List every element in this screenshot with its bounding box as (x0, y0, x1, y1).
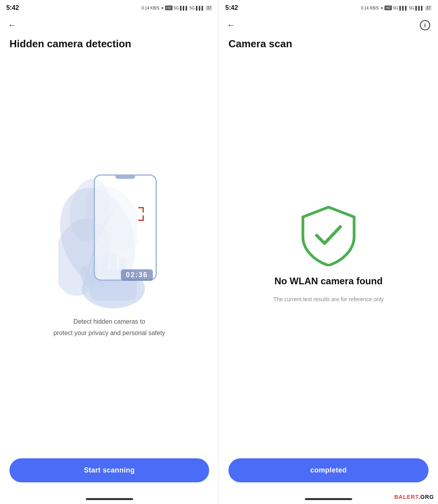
desc-line2: protect your privacy and personal safety (54, 328, 165, 339)
left-status-icons: 0.14 KB/S ✦ HD 5G ▌▌▌ 5G ▌▌▌ 37 (141, 6, 212, 11)
shield-icon-wrapper (297, 203, 360, 266)
right-5g-icon1: 5G (393, 6, 398, 10)
scan-corner-bottom-right (138, 215, 144, 221)
left-signal-icon2: ▌▌▌ (196, 6, 204, 10)
left-back-button[interactable]: ← (8, 21, 17, 30)
left-battery-icon: 37 (206, 6, 212, 11)
result-title: No WLAN camera found (275, 276, 383, 287)
right-signal-icon2: ▌▌▌ (416, 6, 424, 10)
right-back-button[interactable]: ← (227, 21, 236, 30)
right-page-title: Camera scan (219, 35, 438, 55)
watermark-bold: BALERT (394, 494, 418, 500)
right-battery-icon: 37 (425, 6, 432, 11)
left-5g-icon1: 5G (174, 6, 179, 10)
left-page-title: Hidden camera detection (0, 35, 219, 55)
left-status-time: 5:42 (6, 4, 19, 11)
left-home-indicator (86, 498, 133, 500)
right-status-icons: 0.14 KB/S ✦ HD 5G ▌▌▌ 5G ▌▌▌ 37 (361, 6, 432, 11)
clock-display: 02:36 (121, 269, 152, 281)
watermark-regular: .ORG (418, 494, 434, 500)
desc-line1: Detect hidden cameras to (54, 316, 165, 328)
left-status-info: 0.14 (141, 6, 149, 10)
right-status-bar: 5:42 0.14 KB/S ✦ HD 5G ▌▌▌ 5G ▌▌▌ 37 (219, 0, 438, 14)
scan-corners (128, 207, 144, 221)
right-5g-icon2: 5G (409, 6, 414, 10)
right-nav-bar: ← i (219, 14, 438, 35)
left-hd-icon: HD (165, 6, 173, 10)
right-home-indicator (305, 498, 352, 500)
left-status-bar: 5:42 0.14 KB/S ✦ HD 5G ▌▌▌ 5G ▌▌▌ 37 (0, 0, 219, 14)
left-illustration-area: 02:36 Detect hidden cameras to protect y… (0, 55, 219, 450)
shield-checkmark-icon (299, 203, 358, 266)
phone-illustration: 02:36 (58, 167, 161, 308)
completed-button[interactable]: completed (228, 458, 429, 482)
shield-result-area: No WLAN camera found The current test re… (219, 55, 438, 450)
result-subtitle: The current test results are for referen… (273, 296, 384, 302)
right-cta-area: completed (219, 450, 438, 498)
phone-notch (115, 176, 135, 179)
right-status-info: 0.14 (361, 6, 368, 10)
right-status-time: 5:42 (225, 4, 238, 11)
right-status-kbs: KB/S (370, 6, 379, 10)
left-5g-icon2: 5G (189, 6, 195, 10)
info-button[interactable]: i (420, 20, 430, 30)
watermark: BALERT.ORG (394, 494, 434, 500)
right-screen: 5:42 0.14 KB/S ✦ HD 5G ▌▌▌ 5G ▌▌▌ 37 ← i… (219, 0, 438, 504)
left-nav-bar: ← (0, 14, 219, 35)
left-screen: 5:42 0.14 KB/S ✦ HD 5G ▌▌▌ 5G ▌▌▌ 37 ← H… (0, 0, 219, 504)
scan-corner-top-right (138, 207, 144, 213)
start-scanning-button[interactable]: Start scanning (9, 458, 209, 482)
right-hd-icon: HD (384, 6, 392, 10)
left-cta-area: Start scanning (0, 450, 219, 498)
left-bluetooth-icon: ✦ (161, 6, 164, 10)
left-signal-icon1: ▌▌▌ (180, 6, 188, 10)
right-signal-icon1: ▌▌▌ (399, 6, 408, 10)
right-bluetooth-icon: ✦ (380, 6, 383, 10)
left-status-kbs: KB/S (150, 6, 160, 10)
phone-frame (94, 174, 157, 281)
description-text: Detect hidden cameras to protect your pr… (54, 316, 165, 339)
